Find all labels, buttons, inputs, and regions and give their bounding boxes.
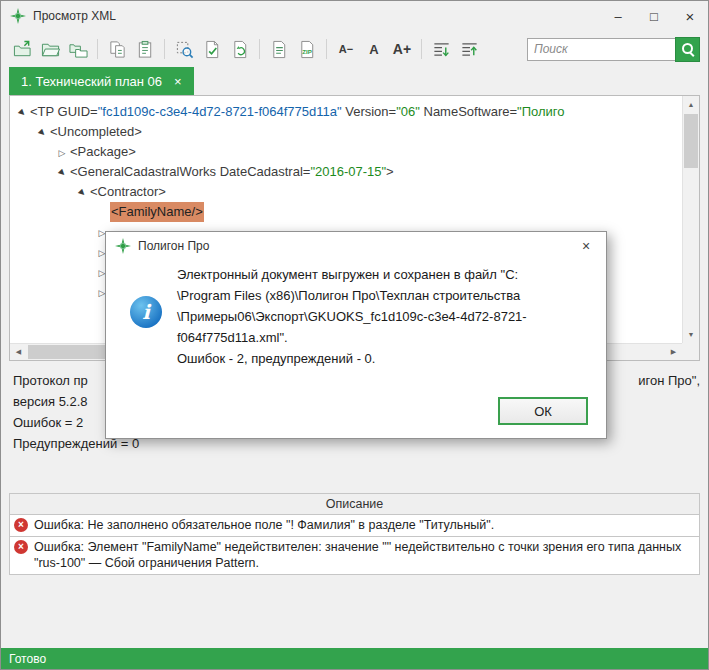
open-xml-button[interactable] <box>9 36 35 62</box>
app-logo-icon <box>10 8 26 24</box>
errors-table: Описание × Ошибка: Не заполнено обязател… <box>9 493 700 575</box>
minimize-button[interactable]: – <box>600 1 636 31</box>
zip-label: ZIP <box>302 48 312 55</box>
error-icon: × <box>14 518 28 532</box>
status-bar: Готово <box>1 648 708 669</box>
tree-expanded-icon[interactable] <box>14 101 30 123</box>
app-logo-icon <box>115 238 131 254</box>
search-box <box>527 37 700 62</box>
message-dialog: Полигон Про × i Электронный документ выг… <box>105 231 607 439</box>
dialog-title: Полигон Про <box>138 239 209 253</box>
vertical-scrollbar-thumb[interactable] <box>684 114 698 168</box>
folder-icon <box>41 40 60 59</box>
zoom-selection-button[interactable] <box>171 36 197 62</box>
font-reset-button[interactable]: A <box>361 36 387 62</box>
font-decrease-icon: A− <box>339 43 353 55</box>
tree-expanded-icon[interactable] <box>74 181 90 203</box>
close-button[interactable]: × <box>672 1 708 31</box>
copy-path-button[interactable] <box>65 36 91 62</box>
scroll-down-icon[interactable]: ▼ <box>683 326 699 343</box>
reload-document-button[interactable] <box>227 36 253 62</box>
toolbar-separator <box>326 39 327 59</box>
folder-open-icon <box>13 40 32 59</box>
collapse-all-button[interactable] <box>456 36 482 62</box>
error-icon: × <box>14 540 28 554</box>
toolbar-separator <box>421 39 422 59</box>
font-reset-icon: A <box>369 42 378 57</box>
document-zip-icon: ZIP <box>298 40 317 59</box>
expand-all-icon <box>432 40 451 59</box>
documents-icon <box>108 40 127 59</box>
tree-expanded-icon[interactable] <box>34 121 50 143</box>
dialog-titlebar: Полигон Про × <box>106 232 606 260</box>
document-lines-icon <box>270 40 289 59</box>
window-controls: – □ × <box>600 1 708 31</box>
xml-node-row[interactable]: <Uncompleted> <box>10 122 699 142</box>
tab-bar: 1. Технический план 06 × <box>1 67 708 95</box>
paste-button[interactable] <box>132 36 158 62</box>
error-text: Ошибка: Не заполнено обязательное поле "… <box>34 517 494 533</box>
xml-node-row[interactable]: <Contractor> <box>10 182 699 202</box>
search-button[interactable] <box>675 37 700 62</box>
error-row[interactable]: × Ошибка: Элемент "FamilyName" недействи… <box>10 536 699 574</box>
titlebar: Просмотр XML – □ × <box>1 1 708 31</box>
tab-label: 1. Технический план 06 <box>21 74 162 89</box>
document-refresh-icon <box>231 40 250 59</box>
xml-node-row-selected[interactable]: <FamilyName/> <box>10 202 699 222</box>
clipboard-icon <box>136 40 155 59</box>
toolbar: ZIP A− A A+ <box>1 31 708 67</box>
font-decrease-button[interactable]: A− <box>333 36 359 62</box>
error-text: Ошибка: Элемент "FamilyName" недействите… <box>34 539 695 571</box>
expand-all-button[interactable] <box>428 36 454 62</box>
tree-collapsed-icon[interactable] <box>54 142 70 163</box>
search-icon <box>681 42 695 56</box>
vertical-scrollbar[interactable]: ▲ ▼ <box>682 96 699 343</box>
error-row[interactable]: × Ошибка: Не заполнено обязательное поле… <box>10 515 699 536</box>
scrollbar-corner <box>682 343 699 360</box>
errors-table-header: Описание <box>10 494 699 515</box>
tree-expanded-icon[interactable] <box>54 161 70 183</box>
search-input[interactable] <box>527 38 675 61</box>
xml-node-row[interactable]: <GeneralCadastralWorks DateCadastral="20… <box>10 162 699 182</box>
info-icon: i <box>130 296 162 328</box>
font-increase-icon: A+ <box>393 41 411 57</box>
toolbar-separator <box>259 39 260 59</box>
window: Просмотр XML – □ × <box>0 0 709 670</box>
document-check-icon <box>203 40 222 59</box>
scroll-right-icon[interactable]: ▶ <box>665 344 682 360</box>
folders-icon <box>69 40 88 59</box>
tab-technical-plan[interactable]: 1. Технический план 06 × <box>9 67 194 95</box>
zoom-area-icon <box>175 40 194 59</box>
maximize-button[interactable]: □ <box>636 1 672 31</box>
copy-document-button[interactable] <box>104 36 130 62</box>
scroll-up-icon[interactable]: ▲ <box>683 96 699 113</box>
check-xml-button[interactable] <box>199 36 225 62</box>
zip-sign-button[interactable]: ZIP <box>294 36 320 62</box>
window-title: Просмотр XML <box>33 9 116 23</box>
collapse-all-icon <box>460 40 479 59</box>
dialog-body: i Электронный документ выгружен и сохран… <box>106 260 606 369</box>
xml-node-row[interactable]: <Package> <box>10 142 699 162</box>
status-text: Готово <box>9 652 46 666</box>
dialog-close-icon[interactable]: × <box>575 238 597 254</box>
tab-close-icon[interactable]: × <box>174 74 182 89</box>
scroll-left-icon[interactable]: ◀ <box>10 344 27 360</box>
xml-node-row[interactable]: <TP GUID="fc1d109c-c3e4-4d72-8721-f064f7… <box>10 102 699 122</box>
toolbar-separator <box>164 39 165 59</box>
open-folder-button[interactable] <box>37 36 63 62</box>
toolbar-separator <box>97 39 98 59</box>
dialog-message: Электронный документ выгружен и сохранен… <box>177 264 527 369</box>
font-increase-button[interactable]: A+ <box>389 36 415 62</box>
ok-button[interactable]: ОК <box>498 397 588 425</box>
protocol-button[interactable] <box>266 36 292 62</box>
